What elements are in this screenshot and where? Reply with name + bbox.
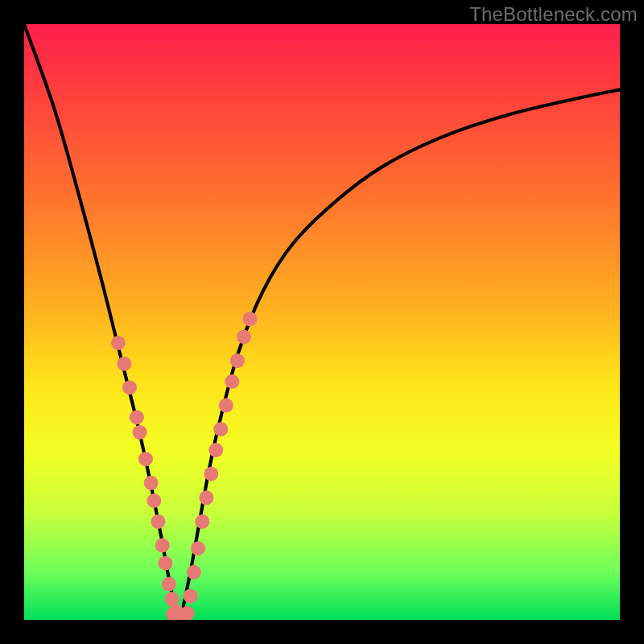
data-dot	[187, 565, 201, 580]
data-dot	[147, 493, 161, 508]
chart-frame: TheBottleneck.com	[0, 0, 644, 644]
data-dot	[191, 541, 205, 555]
watermark-label: TheBottleneck.com	[469, 3, 638, 26]
data-dot	[219, 398, 233, 413]
data-dot	[133, 425, 147, 440]
plot-area	[24, 24, 620, 620]
data-dot	[225, 374, 239, 389]
data-dot	[195, 514, 209, 529]
data-dot	[213, 422, 228, 436]
data-dot	[237, 330, 251, 345]
data-dot	[122, 380, 137, 394]
data-dot	[199, 490, 213, 505]
data-dot	[162, 577, 176, 592]
data-dot	[155, 539, 170, 553]
data-dot	[130, 410, 144, 424]
data-dot	[204, 467, 218, 481]
data-dot	[138, 452, 153, 466]
data-dot	[242, 312, 257, 326]
data-dot	[117, 357, 131, 371]
bottleneck-curve	[24, 24, 620, 617]
chart-svg	[24, 24, 620, 620]
data-dot	[111, 336, 126, 350]
data-dot	[144, 476, 159, 490]
data-dot	[183, 588, 197, 603]
data-dot	[151, 514, 166, 529]
data-dot	[158, 556, 172, 571]
data-dot	[208, 443, 223, 457]
data-dot	[230, 353, 245, 368]
